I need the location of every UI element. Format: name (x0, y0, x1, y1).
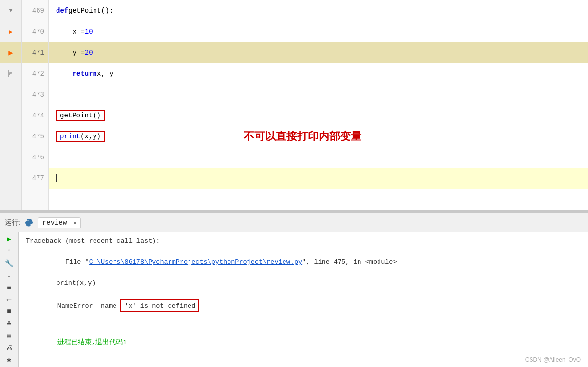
paren-469: (): (101, 7, 113, 15)
scroll-down-button[interactable]: ↓ (2, 270, 16, 280)
scroll-up-button[interactable]: ↑ (2, 247, 16, 256)
getpoint-call-redbox: getPoint() (56, 110, 105, 121)
console-panel: 运行: review ✕ ▶ ↑ 🔧 ↓ ≡ ⟵ ■ ≛ ▤ 🖨 ✱ (0, 213, 588, 367)
code-line-470: x = 10 (49, 21, 588, 42)
val-10: 10 (85, 28, 93, 36)
print-args-475: (x,y) (80, 133, 101, 140)
line-num-474: 474 (22, 105, 48, 126)
fn-getpoint: getPoint (68, 7, 101, 15)
text-cursor (56, 174, 57, 182)
gutter-474 (0, 105, 21, 126)
gutter-473 (0, 84, 21, 105)
code-line-476 (49, 147, 588, 168)
watermark: CSDN @Aileen_OvO (525, 356, 581, 363)
keyword-def: def (56, 7, 68, 15)
gear-button[interactable]: ✱ (2, 355, 16, 365)
line-num-475: 475 (22, 126, 48, 147)
indent-470 (56, 28, 73, 36)
error-prefix: NameError: name (57, 302, 121, 309)
file-prefix: File " (57, 258, 89, 266)
gutter-472: ⊟ (0, 63, 21, 84)
svg-point-1 (30, 224, 31, 225)
console-left-toolbar: ▶ ↑ 🔧 ↓ ≡ ⟵ ■ ≛ ▤ 🖨 ✱ (0, 232, 19, 367)
var-x: x = (73, 28, 85, 36)
console-wrapper: ▶ ↑ 🔧 ↓ ≡ ⟵ ■ ≛ ▤ 🖨 ✱ Traceback (most re… (0, 232, 588, 367)
console-toolbar: 运行: review ✕ (0, 213, 588, 232)
tab-name-text: review (42, 219, 67, 227)
line-num-476: 476 (22, 147, 48, 168)
line-num-471: 471 (22, 42, 48, 63)
indent-471 (56, 49, 73, 57)
stop-button[interactable]: ■ (2, 307, 16, 316)
annotation-text: 不可以直接打印内部变量 (244, 129, 361, 144)
gutter-477 (0, 168, 21, 189)
line-num-473: 473 (22, 84, 48, 105)
code-line-475: print(x,y) 不可以直接打印内部变量 (49, 126, 588, 147)
python-icon (24, 218, 34, 228)
file-path[interactable]: C:\Users\86178\PycharmProjects\pythonPro… (89, 258, 302, 266)
gutter-475 (0, 126, 21, 147)
print-output-line: print(x,y) (26, 278, 581, 289)
gutter-471: ▶ (0, 42, 21, 63)
error-highlight: 'x' is not defined (120, 299, 199, 313)
line-num-477: 477 (22, 168, 48, 189)
line-num-472: 472 (22, 63, 48, 84)
process-text: 进程已结束,退出代码1 (57, 339, 127, 346)
editor-console-separator (0, 210, 588, 213)
code-line-473 (49, 84, 588, 105)
close-tab-button[interactable]: ✕ (73, 220, 76, 227)
settings-button[interactable]: 🔧 (2, 259, 16, 268)
pin-button[interactable]: ≛ (2, 319, 16, 328)
gutter-470: ▶ (0, 21, 21, 42)
code-lines[interactable]: def getPoint (): x = 10 y = 20 retur (49, 0, 588, 210)
editor-gutter: ▼ ▶ ▶ ⊟ (0, 0, 22, 210)
return-vals: x, y (97, 70, 114, 77)
code-line-471: y = 20 (49, 42, 588, 63)
gutter-469: ▼ (0, 0, 21, 21)
traceback-line: Traceback (most recent call last): (26, 236, 581, 247)
error-line: NameError: name 'x' is not defined (26, 289, 581, 323)
keyword-return: return (73, 70, 97, 77)
code-line-474: getPoint() (49, 105, 588, 126)
print-call-redbox: print(x,y) (56, 131, 105, 142)
gutter-476 (0, 147, 21, 168)
back-button[interactable]: ⟵ (2, 295, 16, 304)
wrap-button[interactable]: ≡ (2, 283, 16, 292)
print-button[interactable]: 🖨 (2, 343, 16, 352)
run-label: 运行: (5, 218, 20, 227)
process-line: 进程已结束,退出代码1 (26, 327, 581, 359)
indent-472 (56, 70, 73, 77)
line-numbers: 469 470 471 472 473 474 475 476 477 (22, 0, 49, 210)
val-20: 20 (85, 49, 93, 57)
code-editor: ▼ ▶ ▶ ⊟ 469 470 471 472 473 474 47 (0, 0, 588, 210)
file-line: File "C:\Users\86178\PycharmProjects\pyt… (26, 247, 581, 278)
console-output: Traceback (most recent call last): File … (19, 232, 588, 367)
console-tab[interactable]: review ✕ (38, 217, 81, 228)
code-line-477 (49, 168, 588, 189)
svg-point-0 (27, 220, 28, 221)
line-num-470: 470 (22, 21, 48, 42)
run-button[interactable]: ▶ (2, 234, 16, 244)
layout-button[interactable]: ▤ (2, 331, 16, 341)
code-line-472: return x, y (49, 63, 588, 84)
file-suffix: ", line 475, in <module> (302, 258, 397, 266)
code-line-469: def getPoint (): (49, 0, 588, 21)
line-num-469: 469 (22, 0, 48, 21)
kw-print-475: print (60, 133, 80, 140)
var-y: y = (73, 49, 85, 57)
